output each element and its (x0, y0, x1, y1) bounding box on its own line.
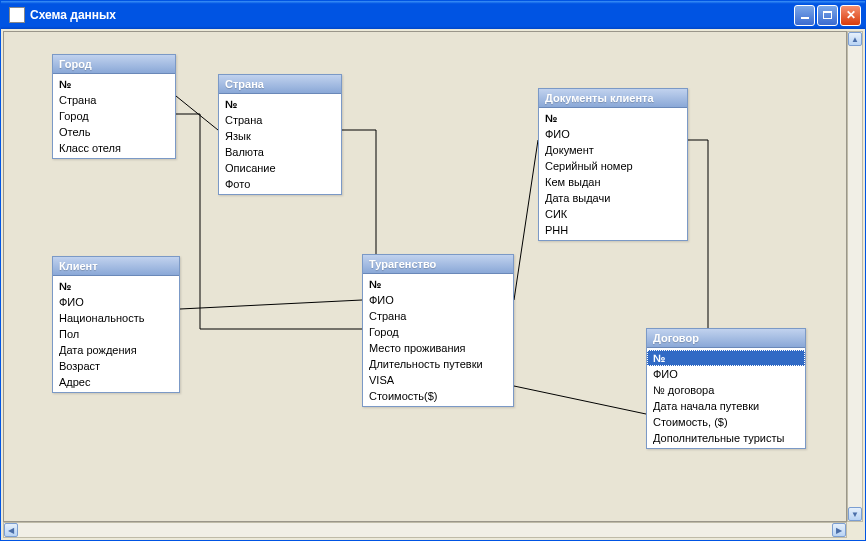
field[interactable]: Серийный номер (539, 158, 687, 174)
field[interactable]: Валюта (219, 144, 341, 160)
titlebar[interactable]: Схема данных ✕ (1, 1, 865, 29)
table-header[interactable]: Договор (647, 329, 805, 348)
field[interactable]: Дополнительные туристы (647, 430, 805, 446)
table-body: № Страна Город Отель Класс отеля (53, 74, 175, 158)
table-turagentstvo[interactable]: Турагенство № ФИО Страна Город Место про… (362, 254, 514, 407)
field[interactable]: Класс отеля (53, 140, 175, 156)
field[interactable]: РНН (539, 222, 687, 238)
scroll-corner (847, 522, 863, 538)
vertical-scrollbar[interactable]: ▲ ▼ (847, 31, 863, 522)
field-pk[interactable]: № (539, 110, 687, 126)
field[interactable]: № договора (647, 382, 805, 398)
field[interactable]: Дата начала путевки (647, 398, 805, 414)
table-header[interactable]: Турагенство (363, 255, 513, 274)
table-body: № ФИО Документ Серийный номер Кем выдан … (539, 108, 687, 240)
relationships-canvas[interactable]: Город № Страна Город Отель Класс отеля С… (3, 31, 847, 522)
table-header[interactable]: Документы клиента (539, 89, 687, 108)
field[interactable]: Национальность (53, 310, 179, 326)
scroll-down-button[interactable]: ▼ (848, 507, 862, 521)
field[interactable]: Язык (219, 128, 341, 144)
svg-line-0 (176, 96, 218, 130)
maximize-button[interactable] (817, 5, 838, 26)
field[interactable]: VISA (363, 372, 513, 388)
field[interactable]: Адрес (53, 374, 179, 390)
field[interactable]: ФИО (53, 294, 179, 310)
field[interactable]: ФИО (539, 126, 687, 142)
field-pk-selected[interactable]: № (647, 350, 805, 366)
table-body: № Страна Язык Валюта Описание Фото (219, 94, 341, 194)
table-header[interactable]: Город (53, 55, 175, 74)
field[interactable]: Страна (53, 92, 175, 108)
table-dokumenty[interactable]: Документы клиента № ФИО Документ Серийны… (538, 88, 688, 241)
scroll-left-button[interactable]: ◀ (4, 523, 18, 537)
field[interactable]: Стоимость($) (363, 388, 513, 404)
field[interactable]: Кем выдан (539, 174, 687, 190)
close-button[interactable]: ✕ (840, 5, 861, 26)
field[interactable]: Длительность путевки (363, 356, 513, 372)
field[interactable]: Страна (219, 112, 341, 128)
table-strana[interactable]: Страна № Страна Язык Валюта Описание Фот… (218, 74, 342, 195)
field[interactable]: Стоимость, ($) (647, 414, 805, 430)
field[interactable]: СИК (539, 206, 687, 222)
svg-line-11 (514, 386, 646, 414)
relationships-window: Схема данных ✕ (0, 0, 866, 541)
field[interactable]: Документ (539, 142, 687, 158)
field[interactable]: ФИО (647, 366, 805, 382)
table-body: № ФИО Страна Город Место проживания Длит… (363, 274, 513, 406)
window-controls: ✕ (794, 5, 861, 26)
table-dogovor[interactable]: Договор № ФИО № договора Дата начала пут… (646, 328, 806, 449)
field[interactable]: Описание (219, 160, 341, 176)
table-header[interactable]: Страна (219, 75, 341, 94)
minimize-button[interactable] (794, 5, 815, 26)
svg-line-7 (180, 300, 362, 309)
canvas-area: Город № Страна Город Отель Класс отеля С… (1, 29, 865, 540)
field[interactable]: Возраст (53, 358, 179, 374)
field[interactable]: Место проживания (363, 340, 513, 356)
horizontal-scrollbar[interactable]: ◀ ▶ (3, 522, 847, 538)
field[interactable]: Отель (53, 124, 175, 140)
field[interactable]: Пол (53, 326, 179, 342)
table-header[interactable]: Клиент (53, 257, 179, 276)
field[interactable]: Город (363, 324, 513, 340)
field-pk[interactable]: № (53, 278, 179, 294)
field-pk[interactable]: № (363, 276, 513, 292)
field[interactable]: ФИО (363, 292, 513, 308)
app-icon (9, 7, 25, 23)
field-pk[interactable]: № (53, 76, 175, 92)
scroll-up-button[interactable]: ▲ (848, 32, 862, 46)
svg-line-8 (514, 140, 538, 300)
scroll-right-button[interactable]: ▶ (832, 523, 846, 537)
field[interactable]: Дата выдачи (539, 190, 687, 206)
field[interactable]: Страна (363, 308, 513, 324)
table-klient[interactable]: Клиент № ФИО Национальность Пол Дата рож… (52, 256, 180, 393)
field[interactable]: Дата рождения (53, 342, 179, 358)
field-pk[interactable]: № (219, 96, 341, 112)
field[interactable]: Город (53, 108, 175, 124)
table-body: № ФИО № договора Дата начала путевки Сто… (647, 348, 805, 448)
window-title: Схема данных (30, 8, 794, 22)
field[interactable]: Фото (219, 176, 341, 192)
table-gorod[interactable]: Город № Страна Город Отель Класс отеля (52, 54, 176, 159)
table-body: № ФИО Национальность Пол Дата рождения В… (53, 276, 179, 392)
